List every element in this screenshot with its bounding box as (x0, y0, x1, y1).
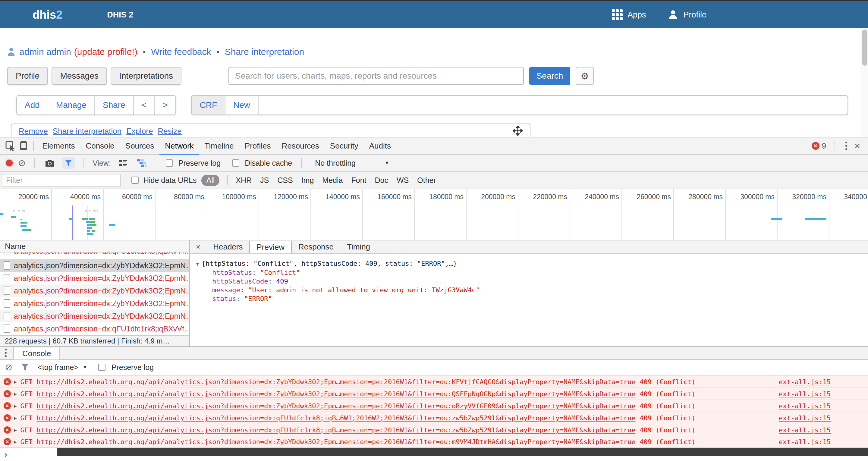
request-row[interactable]: analytics.json?dimension=dx:ZybYDdwk3O2;… (0, 297, 189, 310)
error-count-badge[interactable]: × 9 (812, 141, 826, 151)
tab-security[interactable]: Security (324, 137, 364, 154)
share-button[interactable]: Share (95, 96, 134, 115)
request-list-header[interactable]: Name (0, 241, 189, 252)
tab-profiles[interactable]: Profiles (239, 137, 276, 154)
next-button[interactable]: > (155, 96, 176, 115)
record-icon[interactable] (6, 160, 13, 166)
filter-type-doc[interactable]: Doc (375, 176, 388, 185)
tab-console[interactable]: Console (80, 137, 120, 154)
screenshot-camera-icon[interactable] (43, 156, 56, 170)
filter-type-js[interactable]: JS (260, 176, 269, 185)
tab-headers[interactable]: Headers (207, 241, 249, 253)
clear-icon[interactable]: ⊘ (18, 158, 26, 167)
share-interpretation-link[interactable]: Share interpretation (225, 47, 304, 57)
interpretations-button[interactable]: Interpretations (111, 67, 181, 85)
console-error-row[interactable]: ×▶GEThttp://dhis2.ehealth.org.ng/api/ana… (0, 388, 868, 400)
tab-response[interactable]: Response (292, 241, 340, 253)
hide-data-urls-checkbox[interactable] (131, 177, 138, 184)
move-handle-icon[interactable] (513, 126, 523, 138)
update-profile-link[interactable]: (update profile!) (74, 47, 137, 57)
json-root-line[interactable]: ▼{httpStatus: "Conflict", httpStatusCode… (196, 259, 868, 268)
console-error-row[interactable]: ×▶GEThttp://dhis2.ehealth.org.ng/api/ana… (0, 424, 868, 436)
manage-button[interactable]: Manage (48, 96, 95, 115)
disable-cache-checkbox[interactable] (232, 159, 239, 166)
widget-resize-link[interactable]: Resize (158, 127, 181, 136)
request-url-link[interactable]: http://dhis2.ehealth.org.ng/api/analytic… (36, 402, 635, 410)
console-error-row[interactable]: ×▶GEThttp://dhis2.ehealth.org.ng/api/ana… (0, 436, 868, 448)
search-settings-button[interactable]: ⚙ (576, 67, 594, 85)
devtools-menu-icon[interactable] (844, 140, 849, 152)
device-toolbar-icon[interactable] (17, 139, 30, 152)
json-property[interactable]: httpStatusCode: 409 (212, 277, 868, 286)
expand-arrow-icon[interactable]: ▶ (14, 391, 17, 397)
tab-network[interactable]: Network (159, 137, 199, 154)
apps-menu-button[interactable]: Apps (612, 9, 646, 20)
request-row[interactable]: analytics.json?dimension=dx:ZybYDdwk3O2;… (0, 259, 189, 272)
expand-arrow-icon[interactable]: ▶ (14, 427, 17, 433)
expand-arrow-icon[interactable]: ▶ (14, 439, 17, 445)
messages-button[interactable]: Messages (52, 67, 107, 85)
throttling-dropdown[interactable]: No throttling ▼ (315, 159, 390, 167)
console-error-row[interactable]: ×▶GEThttp://dhis2.ehealth.org.ng/api/ana… (0, 400, 868, 411)
network-overview-timeline[interactable]: 20000 ms40000 ms60000 ms80000 ms100000 m… (0, 189, 868, 241)
add-button[interactable]: Add (17, 96, 48, 115)
tab-audits[interactable]: Audits (364, 137, 396, 154)
tab-timeline[interactable]: Timeline (199, 137, 239, 154)
widget-explore-link[interactable]: Explore (126, 127, 153, 136)
preserve-log-checkbox[interactable] (166, 159, 173, 166)
request-row[interactable]: analytics.json?dimension=dx:ZybYDdwk3O2;… (0, 272, 189, 284)
source-link[interactable]: ext-all.js:15 (779, 414, 831, 422)
write-feedback-link[interactable]: Write feedback (151, 47, 211, 57)
list-view-icon[interactable] (116, 156, 130, 170)
filter-type-all[interactable]: All (201, 175, 219, 186)
request-url-link[interactable]: http://dhis2.ehealth.org.ng/api/analytic… (36, 414, 635, 422)
widget-share-link[interactable]: Share interpretation (53, 127, 121, 136)
filter-type-xhr[interactable]: XHR (236, 176, 252, 185)
tab-timing[interactable]: Timing (340, 241, 377, 253)
search-input[interactable] (228, 67, 524, 85)
filter-type-css[interactable]: CSS (277, 176, 293, 185)
filter-type-font[interactable]: Font (351, 176, 366, 185)
devtools-close-icon[interactable]: × (855, 141, 860, 151)
waterfall-view-icon[interactable] (135, 156, 148, 170)
expand-arrow-icon[interactable]: ▶ (14, 379, 17, 385)
request-url-link[interactable]: http://dhis2.ehealth.org.ng/api/analytic… (36, 378, 635, 386)
request-row[interactable]: analytics.json?dimension=dx:qFU1dfc1rk8;… (0, 252, 189, 259)
dhis2-logo[interactable]: dhis2 (33, 8, 62, 21)
filter-type-other[interactable]: Other (417, 176, 436, 185)
username-link[interactable]: admin admin (19, 47, 71, 57)
filter-type-media[interactable]: Media (322, 176, 343, 185)
json-property[interactable]: status: "ERROR" (212, 295, 868, 303)
json-property[interactable]: httpStatus: "Conflict" (212, 268, 868, 277)
source-link[interactable]: ext-all.js:15 (779, 402, 831, 410)
source-link[interactable]: ext-all.js:15 (779, 390, 831, 398)
tab-preview[interactable]: Preview (249, 241, 291, 253)
filter-type-ws[interactable]: WS (397, 176, 409, 185)
profile-button[interactable]: Profile (7, 67, 48, 85)
search-button[interactable]: Search (529, 67, 570, 85)
request-row[interactable]: analytics.json?dimension=dx:qFU1dfc1rk8;… (0, 322, 189, 335)
drawer-menu-icon[interactable] (3, 347, 8, 359)
source-link[interactable]: ext-all.js:15 (779, 438, 831, 445)
expand-arrow-icon[interactable]: ▶ (14, 415, 17, 421)
tab-sources[interactable]: Sources (120, 137, 159, 154)
collapse-arrow-icon[interactable]: ▼ (196, 260, 199, 267)
profile-menu-button[interactable]: Profile (668, 9, 707, 20)
console-error-row[interactable]: ×▶GEThttp://dhis2.ehealth.org.ng/api/ana… (0, 375, 868, 388)
tab-resources[interactable]: Resources (276, 137, 324, 154)
page-scrollbar-thumb[interactable] (862, 30, 867, 66)
dashboard-tab-crf[interactable]: CRF (192, 96, 225, 115)
console-preserve-log-checkbox[interactable] (98, 364, 105, 371)
clear-console-icon[interactable]: ⊘ (5, 363, 12, 372)
frame-selector-dropdown[interactable]: <top frame> ▼ (38, 363, 87, 372)
dashboard-tab-new[interactable]: New (225, 96, 258, 115)
console-tab[interactable]: Console (13, 347, 60, 360)
filter-icon[interactable] (62, 157, 75, 169)
widget-remove-link[interactable]: Remove (19, 127, 48, 136)
tab-elements[interactable]: Elements (37, 137, 80, 154)
inspect-element-icon[interactable] (4, 139, 17, 152)
request-url-link[interactable]: http://dhis2.ehealth.org.ng/api/analytic… (36, 438, 635, 445)
console-error-row[interactable]: ×▶GEThttp://dhis2.ehealth.org.ng/api/ana… (0, 411, 868, 424)
source-link[interactable]: ext-all.js:15 (779, 378, 831, 386)
network-filter-input[interactable] (2, 174, 121, 186)
